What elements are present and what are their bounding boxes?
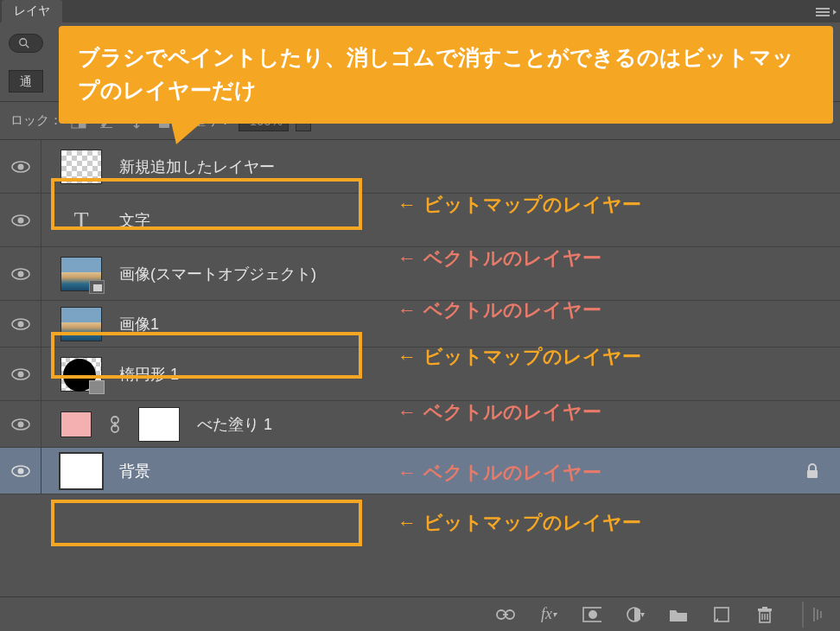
add-mask-icon[interactable] bbox=[582, 605, 601, 624]
layer-name[interactable]: べた塗り 1 bbox=[197, 414, 272, 435]
fill-swatch[interactable] bbox=[60, 411, 92, 437]
annotation-vector: ← ベクトルのレイヤー bbox=[398, 297, 601, 323]
visibility-icon[interactable] bbox=[11, 160, 30, 174]
layer-search[interactable] bbox=[9, 34, 43, 53]
callout-bubble: ブラシでペイントしたり、消しゴムで消すことができるのはビットマップのレイヤーだけ bbox=[59, 26, 833, 124]
search-icon bbox=[18, 37, 30, 49]
svg-point-18 bbox=[17, 421, 23, 427]
link-layers-icon[interactable] bbox=[496, 605, 515, 624]
new-group-icon[interactable] bbox=[669, 605, 688, 624]
delete-layer-icon[interactable] bbox=[755, 605, 774, 624]
annotation-vector: ← ベクトルのレイヤー bbox=[398, 399, 601, 425]
svg-rect-36 bbox=[758, 609, 772, 611]
layer-name[interactable]: 新規追加したレイヤー bbox=[119, 156, 275, 177]
annotation-bitmap: ← ビットマップのレイヤー bbox=[398, 344, 641, 370]
arrow-left-icon: ← bbox=[398, 346, 417, 368]
layers-tab[interactable]: レイヤ bbox=[2, 0, 62, 22]
visibility-icon[interactable] bbox=[11, 214, 30, 227]
svg-point-23 bbox=[17, 468, 23, 474]
svg-rect-5 bbox=[100, 127, 112, 128]
svg-line-1 bbox=[26, 45, 29, 48]
lock-label: ロック： bbox=[10, 112, 62, 129]
arrow-left-icon: ← bbox=[398, 462, 417, 484]
visibility-icon[interactable] bbox=[11, 464, 30, 478]
annotation-bitmap: ← ビットマップのレイヤー bbox=[398, 510, 641, 536]
svg-point-29 bbox=[589, 610, 597, 619]
visibility-icon[interactable] bbox=[11, 417, 30, 431]
blend-mode-select[interactable]: 通 bbox=[9, 70, 43, 92]
svg-rect-37 bbox=[762, 607, 767, 609]
arrow-left-icon: ← bbox=[398, 247, 417, 270]
new-layer-icon[interactable] bbox=[712, 605, 731, 624]
svg-point-10 bbox=[17, 217, 23, 223]
annotation-vector: ← ベクトルのレイヤー bbox=[398, 245, 601, 271]
panel-menu-icon[interactable] bbox=[816, 5, 835, 19]
panel-tab-bar: レイヤ bbox=[0, 0, 840, 22]
svg-point-16 bbox=[17, 371, 23, 377]
adjustment-layer-icon[interactable]: ▾ bbox=[626, 605, 645, 624]
layer-thumbnail[interactable] bbox=[60, 357, 102, 392]
svg-rect-24 bbox=[807, 470, 818, 478]
arrow-left-icon: ← bbox=[398, 512, 417, 534]
layer-thumbnail[interactable] bbox=[60, 257, 102, 291]
annotation-vector: ← ベクトルのレイヤー bbox=[398, 460, 601, 486]
layers-panel: レイヤ 通 ロック： 塗り： 100% bbox=[0, 0, 840, 631]
layer-name[interactable]: 楕円形 1 bbox=[119, 364, 179, 385]
visibility-icon[interactable] bbox=[11, 267, 30, 281]
svg-point-8 bbox=[17, 163, 23, 169]
layer-mask[interactable] bbox=[138, 407, 180, 442]
layer-thumbnail[interactable] bbox=[60, 454, 102, 488]
layer-name[interactable]: 背景 bbox=[119, 461, 150, 481]
layer-name[interactable]: 文字 bbox=[119, 210, 150, 231]
layer-thumbnail[interactable] bbox=[60, 150, 102, 184]
arrow-left-icon: ← bbox=[398, 401, 417, 424]
arrow-left-icon: ← bbox=[398, 299, 417, 322]
arrow-left-icon: ← bbox=[398, 194, 417, 216]
svg-point-0 bbox=[20, 39, 27, 46]
link-icon bbox=[109, 416, 121, 433]
layer-name[interactable]: 画像(スマートオブジェクト) bbox=[119, 264, 316, 284]
svg-point-14 bbox=[17, 321, 23, 327]
locked-icon bbox=[805, 463, 819, 479]
layer-thumbnail[interactable] bbox=[60, 307, 102, 341]
layer-row[interactable]: 新規追加したレイヤー bbox=[0, 140, 840, 194]
layer-effects-icon[interactable]: fx▾ bbox=[539, 605, 558, 624]
visibility-icon[interactable] bbox=[11, 317, 30, 331]
layers-footer: fx▾ ▾ bbox=[0, 596, 840, 631]
svg-point-12 bbox=[17, 271, 23, 277]
highlight-box bbox=[51, 500, 362, 546]
annotation-bitmap: ← ビットマップのレイヤー bbox=[398, 192, 641, 218]
resize-handle-icon[interactable] bbox=[802, 602, 823, 628]
layer-name[interactable]: 画像1 bbox=[119, 314, 159, 335]
text-layer-icon[interactable]: T bbox=[60, 203, 102, 238]
visibility-icon[interactable] bbox=[11, 367, 30, 381]
